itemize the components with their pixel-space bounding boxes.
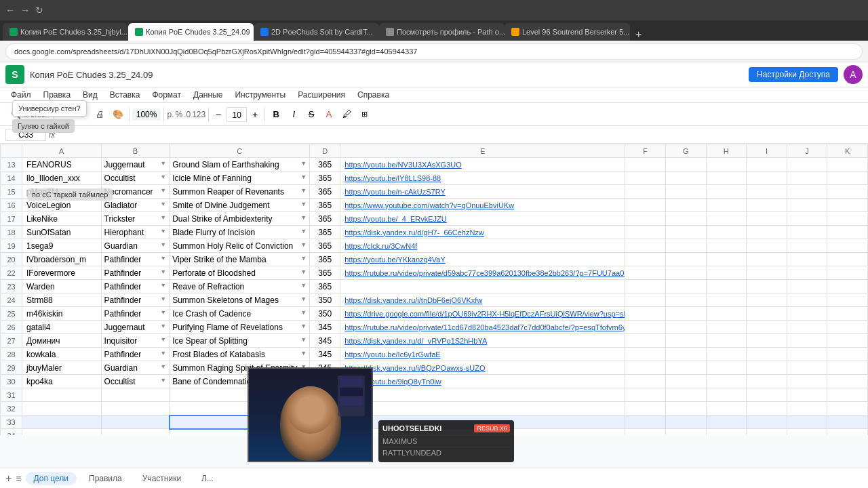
cell-h[interactable] bbox=[706, 171, 747, 185]
cell-a[interactable] bbox=[22, 402, 102, 415]
cell-b[interactable]: Gladiator▼ bbox=[101, 199, 170, 212]
cell-i[interactable] bbox=[747, 321, 787, 334]
col-header-d[interactable]: D bbox=[310, 144, 340, 158]
menu-tools[interactable]: Инструменты bbox=[229, 88, 291, 102]
cell-b[interactable]: Inquisitor▼ bbox=[101, 334, 170, 348]
cell-a[interactable]: kowkala bbox=[22, 348, 102, 361]
cell-c[interactable]: Ice Spear of Splitting▼ bbox=[170, 334, 310, 348]
cell-j[interactable] bbox=[787, 334, 827, 348]
cell-b[interactable] bbox=[101, 415, 170, 429]
new-tab-btn[interactable]: + bbox=[630, 28, 647, 41]
col-header-g[interactable]: G bbox=[665, 144, 706, 158]
row-number[interactable]: 17 bbox=[1, 212, 22, 226]
cell-e[interactable] bbox=[340, 402, 625, 415]
cell-k[interactable] bbox=[827, 321, 868, 334]
cell-k[interactable] bbox=[827, 158, 868, 171]
cell-d[interactable]: 365 bbox=[310, 239, 340, 253]
cell-c[interactable]: Smite of Divine Judgement▼ bbox=[170, 199, 310, 212]
col-header-k[interactable]: K bbox=[827, 144, 868, 158]
cell-k[interactable] bbox=[827, 280, 868, 293]
cell-g[interactable] bbox=[665, 212, 706, 226]
cell-j[interactable] bbox=[787, 321, 827, 334]
cell-e[interactable]: https://rutube.ru/video/private/11cd67d8… bbox=[340, 321, 625, 334]
row-number[interactable]: 23 bbox=[1, 280, 22, 293]
cell-b[interactable]: Guardian▼ bbox=[101, 361, 170, 375]
cell-c[interactable]: Purifying Flame of Revelations▼ bbox=[170, 321, 310, 334]
cell-k[interactable] bbox=[827, 375, 868, 388]
cell-i[interactable] bbox=[747, 212, 787, 226]
sheet-list-btn[interactable]: ≡ bbox=[16, 473, 21, 484]
cell-h[interactable] bbox=[706, 361, 747, 375]
formula-input[interactable] bbox=[58, 129, 863, 140]
cell-i[interactable] bbox=[747, 266, 787, 280]
row-number[interactable]: 28 bbox=[1, 348, 22, 361]
cell-j[interactable] bbox=[787, 415, 827, 429]
cell-j[interactable] bbox=[787, 185, 827, 199]
cell-b[interactable]: Juggernaut▼ bbox=[101, 321, 170, 334]
cell-h[interactable] bbox=[706, 293, 747, 307]
cell-h[interactable] bbox=[706, 429, 747, 436]
cell-d[interactable]: 365 bbox=[310, 226, 340, 239]
nav-back[interactable]: ← bbox=[5, 5, 15, 16]
cell-b[interactable]: Guardian▼ bbox=[101, 239, 170, 253]
nav-forward[interactable]: → bbox=[20, 5, 30, 16]
cell-f[interactable] bbox=[625, 171, 666, 185]
cell-e[interactable]: https://www.youtube.com/watch?v=qOnuuEbv… bbox=[340, 199, 625, 212]
cell-k[interactable] bbox=[827, 402, 868, 415]
cell-j[interactable] bbox=[787, 429, 827, 436]
menu-view[interactable]: Вид bbox=[77, 88, 103, 102]
cell-k[interactable] bbox=[827, 388, 868, 402]
print-btn[interactable]: 🖨 bbox=[92, 106, 108, 123]
cell-f[interactable] bbox=[625, 429, 666, 436]
cell-k[interactable] bbox=[827, 185, 868, 199]
cell-a[interactable]: jbuyMaler bbox=[22, 361, 102, 375]
sheet-tab-3[interactable]: Участники bbox=[134, 472, 189, 485]
row-number[interactable]: 34 bbox=[1, 429, 22, 436]
cell-g[interactable] bbox=[665, 239, 706, 253]
row-number[interactable]: 16 bbox=[1, 199, 22, 212]
cell-e[interactable]: https://youtu.be/_4_ERvkEJZU bbox=[340, 212, 625, 226]
cell-g[interactable] bbox=[665, 280, 706, 293]
cell-d[interactable]: 350 bbox=[310, 307, 340, 321]
cell-c[interactable]: Dual Strike of Ambidexterity▼ bbox=[170, 212, 310, 226]
cell-f[interactable] bbox=[625, 226, 666, 239]
menu-help[interactable]: Справка bbox=[352, 88, 395, 102]
cell-b[interactable] bbox=[101, 402, 170, 415]
cell-e[interactable]: https://disk.yandex.ru/d/_vRVPo1S2hHbYA bbox=[340, 334, 625, 348]
row-number[interactable]: 13 bbox=[1, 158, 22, 171]
cell-f[interactable] bbox=[625, 239, 666, 253]
cell-d[interactable]: 365 bbox=[310, 158, 340, 171]
cell-f[interactable] bbox=[625, 388, 666, 402]
tab-2[interactable]: Копия PoE Chudes 3.25_24.09 × bbox=[128, 23, 254, 41]
col-header-c[interactable]: C bbox=[170, 144, 310, 158]
cell-g[interactable] bbox=[665, 429, 706, 436]
cell-b[interactable]: Pathfinder▼ bbox=[101, 348, 170, 361]
cell-g[interactable] bbox=[665, 171, 706, 185]
cell-k[interactable] bbox=[827, 253, 868, 266]
cell-f[interactable] bbox=[625, 375, 666, 388]
bold-btn[interactable]: B bbox=[268, 106, 284, 123]
cell-i[interactable] bbox=[747, 171, 787, 185]
row-number[interactable]: 31 bbox=[1, 388, 22, 402]
cell-d[interactable]: 345 bbox=[310, 321, 340, 334]
cell-i[interactable] bbox=[747, 415, 787, 429]
paint-btn[interactable]: 🎨 bbox=[110, 106, 126, 123]
cell-k[interactable] bbox=[827, 266, 868, 280]
cell-a[interactable]: Warden bbox=[22, 280, 102, 293]
cell-c[interactable]: Summon Skeletons of Mages▼ bbox=[170, 293, 310, 307]
account-icon[interactable]: А bbox=[844, 65, 863, 84]
highlight-btn[interactable]: 🖊 bbox=[338, 106, 355, 123]
row-number[interactable]: 19 bbox=[1, 239, 22, 253]
cell-i[interactable] bbox=[747, 429, 787, 436]
cell-k[interactable] bbox=[827, 239, 868, 253]
cell-i[interactable] bbox=[747, 253, 787, 266]
cell-f[interactable] bbox=[625, 334, 666, 348]
cell-h[interactable] bbox=[706, 375, 747, 388]
cell-f[interactable] bbox=[625, 280, 666, 293]
col-header-e[interactable]: E bbox=[340, 144, 625, 158]
cell-j[interactable] bbox=[787, 307, 827, 321]
cell-j[interactable] bbox=[787, 280, 827, 293]
menu-data[interactable]: Данные bbox=[188, 88, 228, 102]
cell-h[interactable] bbox=[706, 266, 747, 280]
row-number[interactable]: 33 bbox=[1, 415, 22, 429]
